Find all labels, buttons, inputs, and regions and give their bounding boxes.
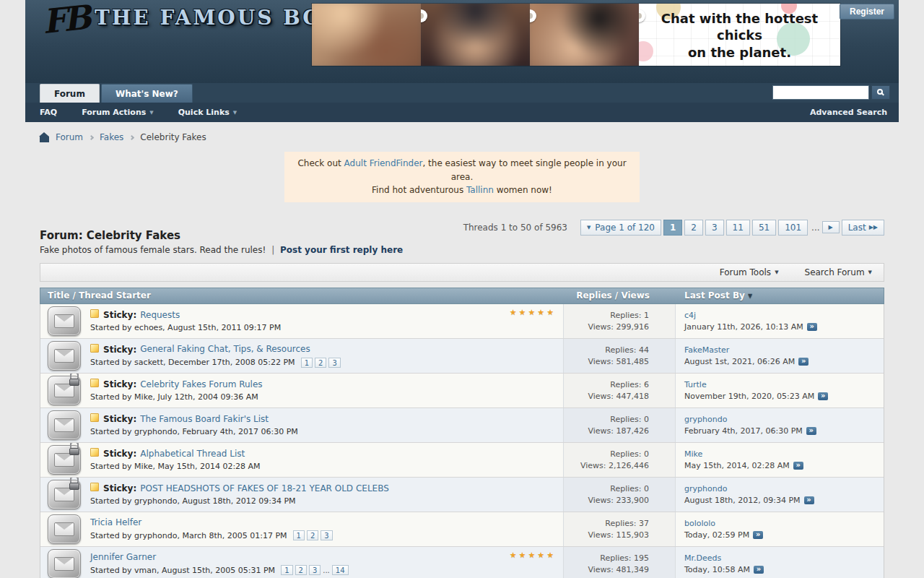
thread-mini-pagination: 123: [301, 358, 341, 368]
notice-link-friendfinder[interactable]: Adult FriendFinder: [344, 158, 423, 168]
goto-last-post-icon[interactable]: »: [754, 566, 764, 574]
mini-page-button[interactable]: 14: [332, 565, 349, 575]
page-button[interactable]: 11: [726, 220, 750, 236]
thread-title-link[interactable]: Jennifer Garner: [90, 552, 156, 562]
thread-title-link[interactable]: The Famous Board Fakir's List: [140, 414, 269, 424]
ad-model-photo[interactable]: [421, 4, 530, 66]
breadcrumb-fakes[interactable]: Fakes: [100, 132, 123, 142]
ad-text-panel[interactable]: Chat with the hottest chicks on the plan…: [639, 4, 840, 66]
mini-page-button[interactable]: 1: [301, 358, 313, 368]
thread-meta-line: Started by sackett, December 17th, 2008 …: [90, 358, 341, 368]
star-icon: ★: [546, 551, 556, 560]
notice-link-city[interactable]: Tallinn: [466, 185, 494, 195]
mini-page-button[interactable]: 1: [293, 530, 305, 540]
page-button[interactable]: 2: [684, 220, 703, 236]
main-content: Forum Fakes Celebrity Fakes Check out Ad…: [25, 132, 899, 578]
first-reply-link[interactable]: Post your first reply here: [280, 245, 403, 255]
envelope-icon: [48, 549, 81, 578]
faq-link[interactable]: FAQ: [40, 108, 57, 117]
goto-last-post-icon[interactable]: »: [753, 531, 763, 539]
thread-started-by: Started by vman, August 15th, 2005 05:31…: [90, 566, 275, 575]
thread-title-link[interactable]: Alphabetical Thread List: [140, 449, 245, 459]
thread-title-link[interactable]: Celebrity Fakes Forum Rules: [140, 379, 262, 389]
goto-last-post-icon[interactable]: »: [804, 496, 814, 504]
forum-actions-menu[interactable]: Forum Actions▼: [82, 108, 154, 117]
thread-started-by: Started by gryphondo, August 18th, 2012 …: [90, 496, 296, 506]
mini-page-button[interactable]: 2: [295, 565, 307, 575]
thread-title-line: Sticky: Alphabetical Thread List: [90, 448, 261, 459]
page-title: Forum: Celebrity Fakes: [40, 229, 403, 242]
mini-page-button[interactable]: 2: [315, 358, 326, 368]
search-button[interactable]: [871, 85, 890, 100]
last-post-user[interactable]: Turtle: [684, 380, 884, 389]
last-page-button[interactable]: Last▶▶: [842, 220, 884, 236]
thread-title-link[interactable]: Requests: [140, 310, 180, 320]
mini-page-button[interactable]: 2: [307, 530, 318, 540]
thread-title-link[interactable]: Tricia Helfer: [90, 517, 141, 527]
page-button[interactable]: 51: [752, 220, 776, 236]
ad-photo-blur: [312, 4, 421, 66]
thread-started-by: Started by gryphondo, March 8th, 2005 01…: [90, 531, 287, 540]
thread-title-link[interactable]: General Faking Chat, Tips, & Resources: [140, 344, 310, 354]
column-header-replies[interactable]: Replies / Views: [564, 290, 676, 301]
last-post-cell: Turtle November 19th, 2020, 05:23 AM »: [676, 374, 884, 407]
goto-last-post-icon[interactable]: »: [793, 462, 803, 470]
last-post-user[interactable]: c4j: [684, 311, 884, 320]
home-icon[interactable]: [40, 137, 49, 142]
last-post-user[interactable]: Mr.Deeds: [684, 553, 884, 563]
star-icon: ★: [519, 551, 528, 560]
site-logo-monogram[interactable]: FB: [40, 0, 90, 41]
next-page-button[interactable]: ▶: [822, 221, 840, 233]
last-post-user[interactable]: gryphondo: [684, 484, 884, 493]
table-header: Title / Thread Starter Replies / Views L…: [40, 288, 884, 304]
column-header-title[interactable]: Title / Thread Starter: [40, 290, 564, 301]
goto-last-post-icon[interactable]: »: [806, 427, 816, 435]
last-post-user[interactable]: gryphondo: [684, 415, 884, 424]
mini-page-button[interactable]: 3: [321, 530, 332, 540]
last-post-user[interactable]: bolololo: [684, 519, 884, 528]
thread-views: Views: 115,903: [588, 530, 649, 540]
banner-ad[interactable]: Chat with the hottest chicks on the plan…: [312, 4, 840, 66]
thread-rating: ★★★★★: [510, 308, 556, 317]
forum-tools-menu[interactable]: Forum Tools▼: [720, 267, 779, 277]
last-post-user[interactable]: FakeMaster: [684, 345, 884, 355]
ad-model-photo[interactable]: [530, 4, 639, 66]
ad-photo-blur: [530, 4, 639, 66]
breadcrumb-separator-icon: [89, 135, 94, 140]
last-post-cell: Mr.Deeds Today, 10:58 AM »: [676, 547, 884, 578]
sticky-note-icon: [90, 483, 99, 491]
goto-last-post-icon[interactable]: »: [807, 323, 817, 331]
thread-title-line: Sticky: Requests: [90, 309, 281, 320]
thread-stats-cell: Replies: 195 Views: 481,349: [564, 547, 676, 578]
last-post-date-line: Today, 02:59 PM »: [684, 530, 884, 540]
last-post-date: Today, 02:59 PM: [684, 530, 749, 540]
page-button[interactable]: 101: [778, 220, 808, 236]
nav-tab-bar: Forum What's New?: [25, 83, 899, 103]
register-button[interactable]: Register: [840, 4, 894, 20]
page-selector-dropdown[interactable]: ▼Page 1 of 120: [580, 220, 661, 236]
last-post-user[interactable]: Mike: [684, 449, 884, 459]
search-input[interactable]: [772, 85, 869, 100]
ad-model-photo[interactable]: [312, 4, 421, 66]
goto-last-post-icon[interactable]: »: [798, 358, 808, 366]
ad-brand[interactable]: GoodCum: [639, 62, 840, 66]
quick-links-menu[interactable]: Quick Links▼: [178, 108, 237, 117]
page-button-current[interactable]: 1: [663, 220, 682, 236]
page-button[interactable]: 3: [705, 220, 724, 236]
star-icon: ★: [528, 551, 537, 560]
last-post-date: August 1st, 2021, 06:26 AM: [684, 357, 795, 366]
thread-title-link[interactable]: POST HEADSHOTS OF FAKES OF 18-21 YEAR OL…: [140, 483, 389, 493]
thread-views: Views: 581,485: [588, 357, 649, 366]
search-forum-menu[interactable]: Search Forum▼: [805, 267, 872, 277]
mini-page-button[interactable]: 3: [309, 565, 321, 575]
advanced-search-link[interactable]: Advanced Search: [810, 108, 887, 117]
lock-icon: [69, 443, 79, 455]
tab-whats-new[interactable]: What's New?: [101, 84, 193, 103]
mini-page-button[interactable]: 1: [281, 565, 292, 575]
tab-forum[interactable]: Forum: [40, 84, 100, 103]
mini-page-button[interactable]: 3: [328, 358, 340, 368]
chevron-down-icon: ▼: [587, 225, 590, 230]
column-header-lastpost[interactable]: Last Post By▼: [676, 290, 884, 301]
breadcrumb-forum[interactable]: Forum: [56, 132, 83, 142]
goto-last-post-icon[interactable]: »: [818, 392, 828, 400]
